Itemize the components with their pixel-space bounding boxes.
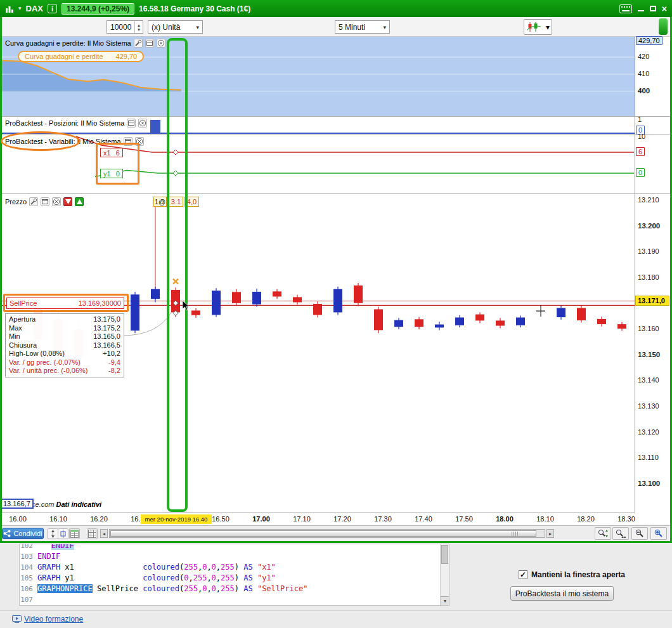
annotation-rect-variables [96,143,139,185]
units-select[interactable]: (x) Unità ▾ [148,20,203,34]
time-axis-label: 17.50 [448,515,480,523]
line-number: 105 [20,573,37,584]
date-highlight-badge: mer 20-nov-2019 16.40 [141,514,212,524]
code-scrollbar-thumb[interactable] [441,545,448,564]
annotation-rect-sellprice [3,294,129,312]
quantity-arrows[interactable]: ▴▾ [134,21,143,33]
symbol-dropdown-caret[interactable]: ▾ [18,6,22,11]
quantity-stepper[interactable]: 10000 ▴▾ [107,20,143,34]
line-number: 104 [20,562,37,573]
positions-panel-header: ProBacktest - Posizioni: Il Mio Sistema [5,119,147,128]
chart-type-button[interactable]: ▾ [524,19,552,35]
y1-axis-badge: 0 [636,168,645,177]
keyboard-icon[interactable] [619,4,632,13]
code-editor[interactable]: 102 ENDIF103ENDIF104GRAPH x1 coloured(25… [19,544,449,606]
time-axis-label: 17.40 [408,515,439,523]
chevron-down-icon: ▾ [546,23,550,32]
current-price-badge: 13.171,0 [635,296,669,306]
grid-view-icon[interactable] [87,528,98,539]
info-icon[interactable]: i [48,4,57,13]
time-axis-label: 17.20 [326,515,358,523]
price-axis-tick: 13.110 [638,454,659,461]
scroll-left-arrow[interactable]: ◂ [100,529,108,538]
window-icon[interactable] [127,119,136,128]
zoom-horizontal-icon[interactable] [612,527,629,540]
close-icon[interactable] [52,197,61,206]
panel-separator[interactable] [2,134,670,134]
window-frame-left [0,17,2,543]
window-icon[interactable] [41,197,49,206]
order-quantity-chip: 1@ [153,197,167,207]
price-axis-tick: 13.160 [638,325,659,332]
equity-axis-badge: 429,70 [636,36,662,45]
buy-button[interactable] [75,197,84,206]
quote-info-row: Min13.165,0 [6,332,124,341]
price-badge: 13.244,9 (+0,25%) [61,3,134,15]
zoom-in-icon[interactable] [650,527,667,540]
positions-axis-tick: 1 [638,115,642,123]
equity-curve-chart[interactable] [2,37,635,116]
keep-window-open-checkbox[interactable]: ✓ [519,570,527,579]
share-button[interactable]: Condividi [2,528,44,539]
share-label: Condividi [13,530,42,537]
time-axis-label: 16.00 [2,515,34,523]
price-axis-tick: 13.200 [638,222,660,230]
scrollbar-grip[interactable] [512,532,518,537]
video-training-link[interactable]: Video formazione [24,615,83,624]
chart-toolbar: 10000 ▴▾ (x) Unità ▾ 5 Minuti ▾ ▾ [2,17,670,37]
equity-legend-value: 429,70 [116,53,138,60]
keep-window-open-label: Mantieni la finestra aperta [531,570,625,579]
table-view-icon[interactable] [69,528,80,539]
chevron-down-icon: ▾ [383,24,386,30]
price-marker-icon[interactable] [58,528,68,539]
equity-legend-label: Curva guadagni e perdite [25,53,103,60]
scrollbar-thumb[interactable] [110,530,536,537]
quote-info-row: Var. / unità prec. (-0,06%)-8,2 [6,367,124,376]
price-panel-title: Prezzo [5,198,27,206]
quote-info-row: Chiusura13.166,5 [6,341,124,350]
equity-legend-tooltip: Curva guadagni e perdite 429,70 [18,51,144,62]
close-icon[interactable] [157,39,165,48]
close-icon[interactable] [138,119,147,128]
zoom-fit-icon[interactable] [595,527,611,540]
axis-scale-icon[interactable] [48,528,58,539]
code-line[interactable]: 107 [20,594,449,605]
window-frame-bottom [0,541,672,543]
window-icon[interactable] [145,39,154,48]
wrench-icon[interactable] [29,197,38,206]
time-axis-label: 18.10 [529,515,561,523]
quote-info-row: Var. / gg prec. (-0,07%)-9,4 [6,358,124,367]
time-scrollbar[interactable] [109,529,545,538]
panel-separator[interactable] [2,193,670,194]
code-line[interactable]: 104GRAPH x1 coloured(255,0,0,255) AS "x1… [20,562,449,573]
quote-info-row: High-Low (0,08%)+10,2 [6,350,124,358]
time-axis-label: 16.20 [83,515,115,523]
title-bar: ▾ DAX i 13.244,9 (+0,25%) 16.58.18 Germa… [0,0,672,17]
candlestick-style-icon [526,22,541,32]
time-axis-label: 18.20 [570,515,602,523]
wrench-icon[interactable] [134,39,143,48]
code-line[interactable]: 105GRAPH y1 coloured(0,255,0,255) AS "y1… [20,573,449,584]
panel-separator[interactable] [2,116,670,117]
zoom-out-icon[interactable] [631,527,648,540]
scroll-down-arrow[interactable]: ▾ [441,596,449,605]
code-line[interactable]: 103ENDIF [20,551,449,562]
scroll-right-arrow[interactable]: ▸ [546,529,554,538]
session-info: 16.58.18 Germany 30 Cash (1€) [139,4,250,13]
code-line[interactable]: 102 ENDIF [20,544,449,551]
price-axis-tick: 13.180 [638,273,659,281]
price-axis-tick: 13.130 [638,402,659,410]
equity-axis-tick: 410 [638,70,649,77]
quote-info-box: Apertura13.175,0Max13.175,2Min13.165,0Ch… [5,313,124,377]
sell-button[interactable] [63,197,72,206]
quantity-value[interactable]: 10000 [107,23,134,32]
price-tag: 13.166,7 [0,499,34,509]
timeframe-select[interactable]: 5 Minuti ▾ [335,20,390,34]
quote-info-row: Apertura13.175,0 [6,315,124,324]
positions-panel-title: ProBacktest - Posizioni: Il Mio Sistema [5,119,124,127]
code-vertical-scrollbar[interactable]: ▾ [440,544,449,605]
equity-panel-title: Curva guadagni e perdite: Il Mio Sistema [5,39,131,47]
probacktest-button[interactable]: ProBacktesta il mio sistema [510,586,614,601]
quote-info-row: Max13.175,2 [6,324,124,333]
code-line[interactable]: 106GRAPHONPRICE SellPrice coloured(255,0… [20,584,449,594]
